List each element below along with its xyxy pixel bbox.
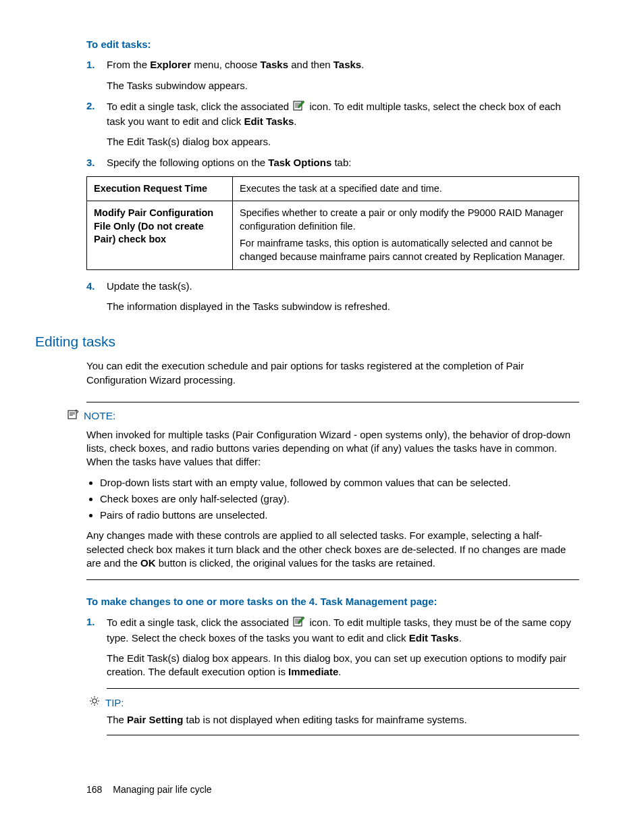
list-item: 1.To edit a single task, click the assoc…	[86, 615, 579, 679]
edit-task-icon	[293, 99, 305, 115]
option-label: Execution Request Time	[87, 176, 233, 201]
tip-label: TIP:	[105, 696, 124, 710]
table-row: Modify Pair Configuration File Only (Do …	[87, 201, 579, 269]
procedure-heading: To edit tasks:	[86, 38, 579, 51]
step-body: Update the task(s).The information displ…	[107, 280, 579, 314]
step-paragraph: The Tasks subwindow appears.	[107, 79, 579, 93]
bullet-item: Drop-down lists start with an empty valu…	[100, 476, 579, 490]
chapter-name: Managing pair life cycle	[113, 784, 211, 795]
table-row: Execution Request TimeExecutes the task …	[87, 176, 579, 201]
step-paragraph: The Edit Task(s) dialog box appears. In …	[107, 652, 579, 679]
step-paragraph: To edit a single task, click the associa…	[107, 99, 579, 129]
procedure-steps-2: 1.To edit a single task, click the assoc…	[86, 615, 579, 679]
list-item: 3.Specify the following options on the T…	[86, 156, 579, 170]
step-paragraph: The information displayed in the Tasks s…	[107, 300, 579, 313]
list-item: 4.Update the task(s).The information dis…	[86, 280, 579, 314]
svg-line-21	[91, 698, 92, 699]
bullet-item: Pairs of radio buttons are unselected.	[100, 509, 579, 522]
bullet-item: Check boxes are only half-selected (gray…	[100, 492, 579, 506]
procedure-steps-1b: 4.Update the task(s).The information dis…	[86, 280, 579, 314]
note-bullets: Drop-down lists start with an empty valu…	[86, 476, 579, 523]
page-footer: 168 Managing pair life cycle	[86, 783, 212, 796]
option-description: Specifies whether to create a pair or on…	[233, 201, 579, 269]
note-label: NOTE:	[84, 409, 115, 423]
step-number: 2.	[86, 99, 107, 149]
note-p2: Any changes made with these controls are…	[86, 529, 579, 570]
step-paragraph: Specify the following options on the Tas…	[107, 156, 579, 170]
svg-point-16	[92, 699, 97, 703]
note-icon	[68, 409, 84, 424]
option-description: Executes the task at a specified date an…	[233, 176, 579, 201]
step-body: To edit a single task, click the associa…	[107, 615, 579, 679]
svg-line-22	[97, 704, 99, 705]
tip-icon	[89, 696, 105, 710]
step-number: 1.	[86, 58, 107, 93]
procedure-steps-1: 1.From the Explorer menu, choose Tasks a…	[86, 58, 579, 170]
procedure-heading-2: To make changes to one or more tasks on …	[86, 595, 579, 608]
step-paragraph: To edit a single task, click the associa…	[107, 615, 579, 645]
step-body: To edit a single task, click the associa…	[107, 99, 579, 149]
step-number: 1.	[86, 615, 107, 679]
section-intro: You can edit the execution schedule and …	[86, 359, 579, 387]
step-number: 4.	[86, 280, 107, 314]
svg-line-24	[97, 698, 99, 699]
step-number: 3.	[86, 156, 107, 170]
step-paragraph: From the Explorer menu, choose Tasks and…	[107, 58, 579, 72]
svg-rect-6	[68, 411, 76, 419]
tip-body: The Pair Setting tab is not displayed wh…	[107, 713, 579, 727]
list-item: 1.From the Explorer menu, choose Tasks a…	[86, 58, 579, 93]
section-title-editing-tasks: Editing tasks	[35, 332, 579, 351]
note-callout: NOTE: When invoked for multiple tasks (P…	[86, 402, 579, 580]
page-number: 168	[86, 784, 102, 795]
step-paragraph: The Edit Task(s) dialog box appears.	[107, 135, 579, 149]
tip-callout: TIP: The Pair Setting tab is not display…	[107, 688, 579, 735]
task-options-table: Execution Request TimeExecutes the task …	[86, 176, 579, 270]
step-paragraph: Update the task(s).	[107, 280, 579, 293]
svg-line-23	[91, 704, 92, 705]
note-p1: When invoked for multiple tasks (Pair Co…	[86, 428, 579, 469]
list-item: 2.To edit a single task, click the assoc…	[86, 99, 579, 149]
step-body: Specify the following options on the Tas…	[107, 156, 579, 170]
option-label: Modify Pair Configuration File Only (Do …	[87, 201, 233, 269]
step-body: From the Explorer menu, choose Tasks and…	[107, 58, 579, 93]
edit-task-icon	[293, 615, 305, 631]
